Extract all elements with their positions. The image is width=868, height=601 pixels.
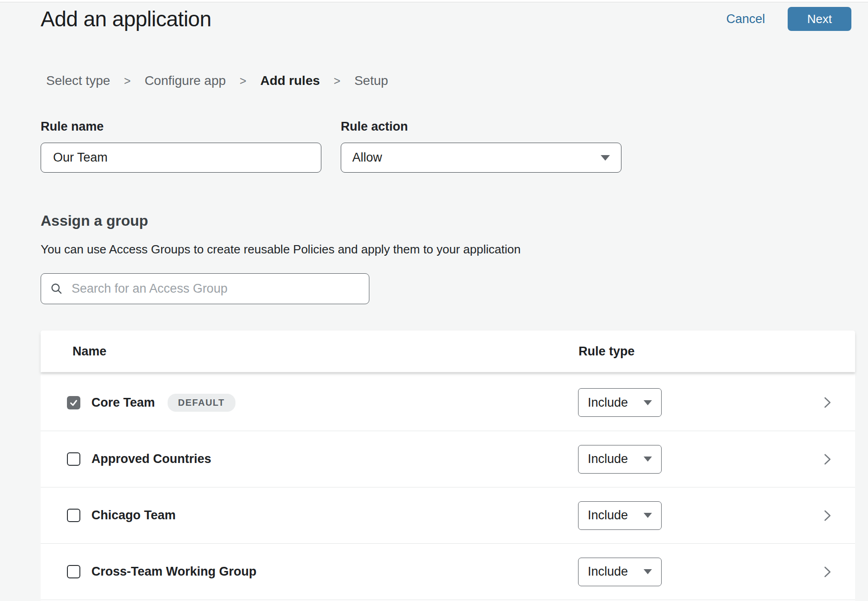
row-expand-chevron[interactable] — [822, 508, 833, 523]
chevron-right-icon — [822, 565, 833, 579]
chevron-right-icon — [822, 452, 833, 467]
page-header: Add an application Cancel Next — [0, 6, 868, 32]
rule-type-value: Include — [588, 565, 628, 579]
cancel-button[interactable]: Cancel — [726, 12, 765, 26]
chevron-down-icon — [601, 155, 610, 161]
rule-type-value: Include — [588, 508, 628, 523]
table-row: Chicago Team Include — [41, 487, 855, 543]
row-checkbox-unchecked[interactable] — [67, 509, 80, 522]
chevron-down-icon — [644, 513, 652, 518]
chevron-right-icon — [822, 508, 833, 523]
column-header-rule-type: Rule type — [579, 344, 635, 359]
breadcrumb-separator: > — [124, 74, 131, 88]
rule-type-select[interactable]: Include — [578, 388, 662, 417]
rule-name-label: Rule name — [41, 120, 321, 134]
access-group-search — [41, 273, 369, 304]
group-name: Cross-Team Working Group — [91, 565, 257, 579]
breadcrumb-separator: > — [334, 74, 341, 88]
rule-type-value: Include — [588, 396, 628, 410]
column-header-name: Name — [72, 344, 107, 359]
window-top-edge — [0, 0, 868, 2]
chevron-right-icon — [822, 395, 833, 410]
breadcrumb-separator: > — [240, 74, 247, 88]
row-expand-chevron[interactable] — [822, 452, 833, 467]
rule-name-field-group: Rule name — [41, 120, 321, 173]
step-add-rules[interactable]: Add rules — [260, 73, 320, 88]
rule-type-select[interactable]: Include — [578, 558, 662, 586]
search-input[interactable] — [71, 281, 360, 296]
row-expand-chevron[interactable] — [822, 395, 833, 410]
breadcrumb: Select type > Configure app > Add rules … — [46, 73, 868, 88]
access-groups-table: Name Rule type Core Team DEFAULT Include — [41, 331, 855, 601]
page-title: Add an application — [41, 6, 211, 31]
table-header: Name Rule type — [41, 331, 855, 372]
rule-name-input[interactable] — [52, 150, 310, 165]
default-badge: DEFAULT — [168, 394, 235, 412]
group-name: Core Team — [91, 396, 155, 410]
rule-action-value: Allow — [352, 150, 382, 165]
rule-action-select[interactable]: Allow — [341, 143, 621, 173]
group-name: Approved Countries — [91, 452, 211, 466]
table-row: Cross-Team Working Group Include — [41, 543, 855, 600]
rule-action-label: Rule action — [341, 120, 621, 134]
checkmark-icon — [69, 398, 78, 408]
row-expand-chevron[interactable] — [822, 565, 833, 579]
rule-name-input-wrap — [41, 143, 321, 173]
rule-type-select[interactable]: Include — [578, 501, 662, 530]
chevron-down-icon — [644, 400, 652, 405]
row-checkbox-unchecked[interactable] — [67, 452, 80, 466]
step-setup[interactable]: Setup — [354, 73, 388, 88]
assign-group-heading: Assign a group — [41, 212, 868, 229]
rule-type-value: Include — [588, 452, 628, 466]
rule-form: Rule name Rule action Allow — [41, 120, 868, 173]
search-icon — [50, 282, 63, 295]
assign-group-description: You can use Access Groups to create reus… — [41, 242, 868, 257]
rule-action-field-group: Rule action Allow — [341, 120, 621, 173]
table-body: Core Team DEFAULT Include Approved Count… — [41, 374, 855, 601]
group-name: Chicago Team — [91, 508, 176, 523]
rule-type-select[interactable]: Include — [578, 445, 662, 474]
table-row: Core Team DEFAULT Include — [41, 374, 855, 431]
step-configure-app[interactable]: Configure app — [145, 73, 226, 88]
row-checkbox-checked[interactable] — [67, 396, 80, 409]
chevron-down-icon — [644, 457, 652, 462]
chevron-down-icon — [644, 569, 652, 574]
next-button[interactable]: Next — [788, 7, 851, 31]
table-row: Approved Countries Include — [41, 431, 855, 487]
row-checkbox-unchecked[interactable] — [67, 565, 80, 578]
step-select-type[interactable]: Select type — [46, 73, 110, 88]
